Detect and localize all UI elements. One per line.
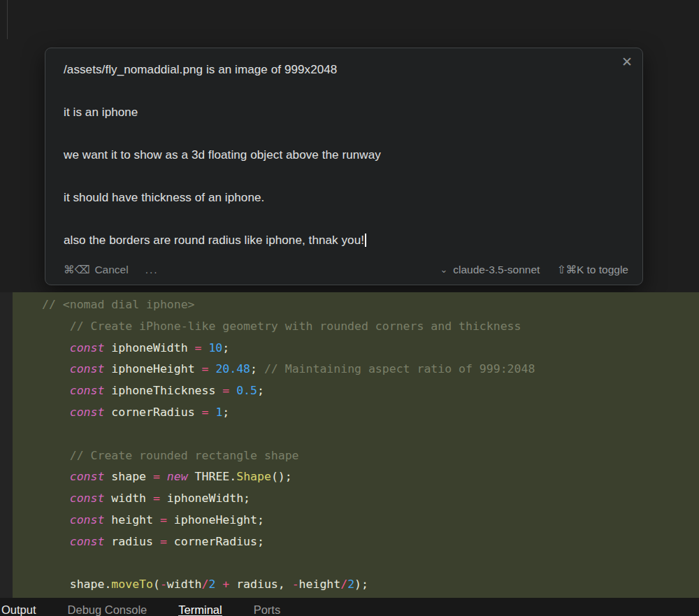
prompt-input[interactable]: /assets/fly_nomaddial.png is an image of… xyxy=(64,63,610,248)
code-line: const iphoneThickness = 0.5; xyxy=(42,380,535,402)
code-line xyxy=(42,553,535,575)
code-line: // Create rounded rectangle shape xyxy=(42,445,535,467)
cancel-label: Cancel xyxy=(94,264,128,276)
model-selector[interactable]: ⌄ claude-3.5-sonnet xyxy=(440,264,540,276)
dialog-footer: ⌘⌫ Cancel ... ⌄ claude-3.5-sonnet ⇧⌘K to… xyxy=(64,264,628,276)
toggle-shortcut-hint: ⇧⌘K to toggle xyxy=(556,264,628,276)
code-line: const shape = new THREE.Shape(); xyxy=(42,466,535,488)
code-line: // <nomad dial iphone> xyxy=(42,294,535,316)
panel-tab-terminal[interactable]: Terminal xyxy=(178,603,222,616)
code-line: const iphoneWidth = 10; xyxy=(42,338,535,359)
code-line: const iphoneHeight = 20.48; // Maintaini… xyxy=(42,359,535,380)
prompt-line: we want it to show as a 3d floating obje… xyxy=(64,148,381,162)
code-line: const radius = cornerRadius; xyxy=(42,531,535,553)
code-lines: // <nomad dial iphone> // Create iPhone-… xyxy=(42,294,535,596)
editor-gutter xyxy=(0,292,13,598)
panel-divider xyxy=(7,0,8,39)
code-editor[interactable]: // <nomad dial iphone> // Create iPhone-… xyxy=(0,292,699,598)
panel-tab-ports[interactable]: Ports xyxy=(254,603,281,616)
inline-edit-dialog: ✕ /assets/fly_nomaddial.png is an image … xyxy=(45,48,643,285)
code-line: const cornerRadius = 1; xyxy=(42,402,535,424)
text-cursor xyxy=(365,234,366,247)
more-options-button[interactable]: ... xyxy=(145,264,159,276)
model-name: claude-3.5-sonnet xyxy=(453,264,540,276)
code-line xyxy=(42,424,535,445)
panel-tab-output[interactable]: Output xyxy=(1,603,36,616)
prompt-line: it should have thickness of an iphone. xyxy=(64,191,264,204)
cancel-shortcut-icon: ⌘⌫ xyxy=(64,264,89,276)
code-line: // Create iPhone-like geometry with roun… xyxy=(42,316,535,338)
prompt-line: it is an iphone xyxy=(64,106,138,119)
panel-tab-debug-console[interactable]: Debug Console xyxy=(68,603,147,616)
close-icon[interactable]: ✕ xyxy=(620,54,634,71)
code-line: const width = iphoneWidth; xyxy=(42,488,535,510)
code-line: shape.moveTo(-width/2 + radius, -height/… xyxy=(42,574,535,596)
cancel-button[interactable]: ⌘⌫ Cancel xyxy=(64,264,129,276)
chevron-down-icon: ⌄ xyxy=(440,264,447,275)
panel-tabbar: OutputDebug ConsoleTerminalPorts xyxy=(0,598,699,616)
editor-background: ✕ /assets/fly_nomaddial.png is an image … xyxy=(0,0,699,292)
prompt-line: /assets/fly_nomaddial.png is an image of… xyxy=(64,63,337,76)
code-line: const height = iphoneHeight; xyxy=(42,510,535,531)
prompt-line: also the borders are round radius like i… xyxy=(64,234,364,247)
